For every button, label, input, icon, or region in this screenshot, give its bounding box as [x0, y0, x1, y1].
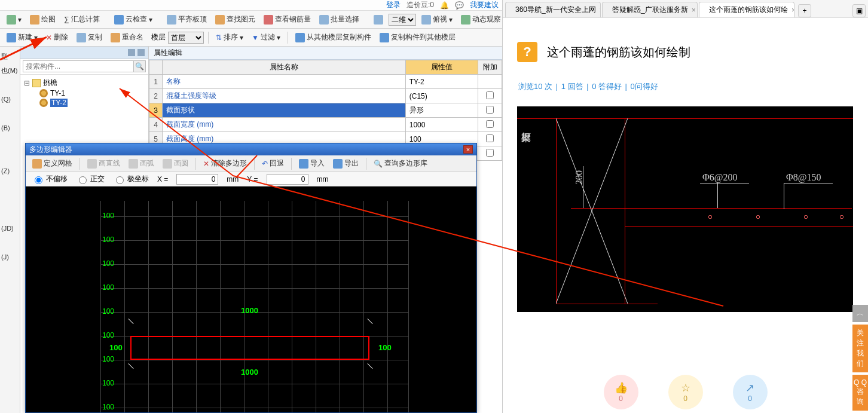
search-button[interactable]: 🔍 — [134, 60, 146, 72]
cat-item[interactable]: 也(M) — [1, 63, 19, 78]
thumbs-up-button[interactable]: 👍 0 — [604, 375, 638, 409]
tab-360[interactable]: 360导航_新一代安全上网 × — [505, 2, 601, 17]
chat-icon[interactable]: 💬 — [455, 1, 464, 10]
floor-select[interactable]: 首层 — [168, 32, 204, 44]
qq-consult-button[interactable]: Q Q 咨询 — [852, 375, 868, 411]
tree-item-ty1[interactable]: TY-1 — [50, 89, 65, 97]
prop-extra-checkbox[interactable] — [486, 91, 494, 99]
cad-phi6: Φ6@200 — [702, 172, 737, 183]
prop-name[interactable]: 截面宽度 (mm) — [163, 118, 406, 132]
tab-faq[interactable]: 答疑解惑_广联达服务新 × — [602, 2, 698, 17]
favorite-button[interactable]: ☆ 0 — [668, 375, 703, 409]
bean-count: 造价豆:0 — [407, 0, 434, 10]
x-input[interactable] — [176, 174, 218, 185]
cat-item[interactable]: (Q) — [1, 92, 19, 106]
checkrebar-label: 查看钢筋量 — [275, 14, 311, 25]
topview-button[interactable]: 俯视▾ — [418, 13, 456, 26]
back-dropdown[interactable]: ▾ — [4, 14, 25, 26]
nav-close-icon[interactable] — [137, 49, 145, 56]
prop-extra-checkbox[interactable] — [486, 106, 494, 114]
draw-line-button[interactable]: 画直线 — [84, 157, 123, 170]
prop-value[interactable]: 1000 — [405, 118, 478, 132]
property-panel-header: 属性编辑 — [149, 47, 502, 60]
new-button[interactable]: 新建▾ — [4, 31, 41, 44]
tree-root-label[interactable]: 挑檐 — [43, 78, 57, 88]
radio-ortho[interactable]: 正交 — [76, 174, 105, 184]
dialog-title: 多边形编辑器 — [29, 145, 72, 155]
findelem-button[interactable]: 查找图元 — [212, 13, 258, 26]
dynview-button[interactable]: 动态观察 — [458, 13, 504, 26]
tab-label: 360导航_新一代安全上网 — [515, 5, 596, 15]
prop-value[interactable]: TY-2 — [405, 75, 478, 89]
sort-button[interactable]: ⇅排序▾ — [213, 31, 246, 44]
polygon-shape[interactable] — [130, 336, 369, 360]
filter-button[interactable]: ▼过滤▾ — [249, 31, 283, 44]
tree-collapse-icon[interactable]: ⊟ — [24, 79, 30, 87]
delete-button[interactable]: ✕删除 — [43, 31, 71, 44]
prop-extra-checkbox[interactable] — [486, 134, 494, 142]
cat-item[interactable]: (JD) — [1, 221, 19, 235]
col-extra: 附加 — [478, 60, 502, 75]
notify-icon[interactable]: 🔔 — [440, 1, 449, 10]
import-button[interactable]: 导入 — [296, 157, 328, 170]
tree-item-ty2[interactable]: TY-2 — [50, 99, 68, 107]
tab-close-icon[interactable]: × — [692, 6, 696, 14]
nav-pin-icon[interactable] — [128, 49, 135, 56]
cat-item[interactable]: 型 — [1, 49, 19, 63]
cat-item[interactable]: (J) — [1, 250, 19, 264]
search-input[interactable] — [23, 60, 134, 72]
feedback-link[interactable]: 我要建议 — [470, 0, 499, 10]
login-link[interactable]: 登录 — [386, 0, 401, 10]
new-tab-button[interactable]: + — [798, 4, 811, 17]
prop-value[interactable]: 异形 — [405, 103, 478, 118]
tab-close-icon[interactable]: × — [791, 6, 794, 14]
view-mode-select[interactable]: 二维 — [389, 14, 416, 26]
draw-arc-button[interactable]: 画弧 — [126, 157, 157, 170]
flatten-button[interactable]: 平齐板顶 — [164, 13, 210, 26]
category-sidebar: 型 也(M) (Q) (B) (Z) (JD) (J) — [0, 47, 20, 413]
copy-button[interactable]: 复制 — [74, 31, 105, 44]
copyfrom-label: 从其他楼层复制构件 — [307, 32, 371, 42]
follow-us-button[interactable]: 关注我们 — [852, 325, 868, 372]
rename-button[interactable]: 重命名 — [108, 31, 146, 44]
tab-question[interactable]: 这个雨蓬的钢筋该如何绘 × — [699, 2, 794, 17]
floor-label: 楼层 — [151, 32, 166, 42]
radio-polar[interactable]: 极坐标 — [113, 174, 149, 184]
radio-none[interactable]: 不偏移 — [32, 174, 68, 184]
tick-label: 100 — [102, 379, 114, 387]
misc-button[interactable] — [371, 14, 386, 26]
draw-button[interactable]: 绘图 — [27, 13, 59, 26]
cat-item[interactable]: (B) — [1, 121, 19, 135]
undo-button[interactable]: ↶回退 — [259, 157, 287, 170]
copyfrom-button[interactable]: 从其他楼层复制构件 — [292, 31, 374, 44]
y-input[interactable] — [267, 174, 308, 185]
cloudcheck-button[interactable]: 云检查▾ — [111, 13, 155, 26]
share-button[interactable]: ↗ 0 — [733, 375, 768, 409]
prop-name[interactable]: 名称 — [163, 75, 406, 89]
prop-value[interactable]: (C15) — [405, 89, 478, 103]
sumcalc-button[interactable]: ∑ 汇总计算 — [61, 13, 103, 26]
row-idx: 3 — [149, 103, 163, 118]
clear-poly-button[interactable]: ✕清除多边形 — [200, 157, 250, 170]
copyto-button[interactable]: 复制构件到其他楼层 — [377, 31, 459, 44]
prop-name[interactable]: 混凝土强度等级 — [163, 89, 406, 103]
cat-item[interactable]: (Z) — [1, 164, 19, 178]
prop-name[interactable]: 截面形状 — [163, 103, 406, 118]
polygon-canvas[interactable]: 100 100 100 100 100 100 100 100 100 1000… — [26, 186, 476, 412]
scroll-top-button[interactable]: ︿ — [852, 305, 868, 322]
tab-close-icon[interactable]: × — [600, 6, 601, 14]
prop-extra-checkbox[interactable] — [486, 120, 494, 128]
batchsel-button[interactable]: 批量选择 — [316, 13, 362, 26]
draw-circle-button[interactable]: 画圆 — [160, 157, 191, 170]
prop-extra-checkbox[interactable] — [486, 149, 494, 157]
define-grid-button[interactable]: 定义网格 — [29, 157, 75, 170]
new-label: 新建 — [18, 32, 32, 42]
copyto-label: 复制构件到其他楼层 — [391, 32, 456, 42]
draw-label: 绘图 — [41, 14, 56, 25]
search-lib-button[interactable]: 🔍查询多边形库 — [371, 157, 430, 170]
export-button[interactable]: 导出 — [330, 157, 362, 170]
component-tree: ⊟ 挑檐 TY-1 TY-2 — [20, 75, 148, 110]
checkrebar-button[interactable]: 查看钢筋量 — [261, 13, 314, 26]
close-icon[interactable]: × — [463, 145, 473, 154]
tab-overflow-button[interactable]: ▣ — [852, 4, 866, 17]
